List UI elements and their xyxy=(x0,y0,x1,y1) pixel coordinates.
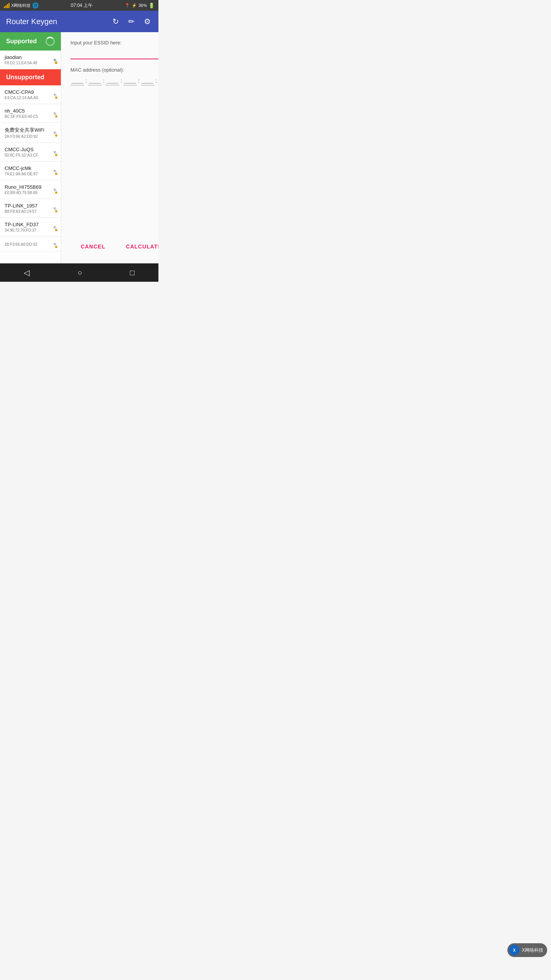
app-bar-actions: ↻ ✏ ⚙ xyxy=(111,15,152,28)
nav-bar: ◁ ○ □ xyxy=(0,263,158,282)
network-info: 28:F3:66:A0:DD:92 xyxy=(5,242,53,247)
network-mac: 74:E1:9A:A6:DE:87 xyxy=(5,172,53,176)
app-title: Router Keygen xyxy=(6,17,57,26)
network-info: 免费安全共享WiFi 2A:F3:66:A2:DD:92 xyxy=(5,127,53,139)
wifi-lock-icon: ▾ 🔒 xyxy=(53,167,56,175)
refresh-button[interactable]: ↻ xyxy=(111,15,121,28)
network-name: TP-LINK_1957 xyxy=(5,203,53,209)
mac-octet-3[interactable] xyxy=(106,76,119,85)
wifi-lock-icon: ▾ 🔒 xyxy=(53,91,56,98)
wifi-lock-icon: ▾ 🔒 xyxy=(53,240,56,248)
recents-button[interactable]: □ xyxy=(121,265,143,280)
supported-label: Supported xyxy=(6,38,37,45)
mac-octet-1[interactable] xyxy=(70,76,84,85)
lock-icon: 🔒 xyxy=(54,209,58,212)
wifi-lock-icon: ▾ 🔒 xyxy=(53,149,56,156)
lock-icon: 🔒 xyxy=(54,190,58,194)
mac-sep-3: : xyxy=(120,78,122,84)
network-info: TP-LINK_1957 B8:F8:83:A0:19:57 xyxy=(5,203,53,214)
mac-octet-6[interactable] xyxy=(158,76,158,85)
list-item[interactable]: nh_40C5 BC:5F:F6:E0:40:C5 ▾ 🔒 xyxy=(0,104,61,123)
lock-icon: 🔒 xyxy=(54,114,58,118)
list-item[interactable]: CMCC-JuQS 50:8C:F5:1D:A3:CF ▾ 🔒 xyxy=(0,143,61,162)
supported-header: Supported xyxy=(0,32,61,51)
mac-octet-4[interactable] xyxy=(123,76,137,85)
wifi-lock-icon: ▾ 🔒 xyxy=(53,186,56,193)
list-item[interactable]: TP-LINK_1957 B8:F8:83:A0:19:57 ▾ 🔒 xyxy=(0,199,61,218)
network-info: CMCC-jcMk 74:E1:9A:A6:DE:87 xyxy=(5,165,53,176)
network-mac: 50:8C:F5:1D:A3:CF xyxy=(5,153,53,157)
status-time: 07:04 上午 xyxy=(71,2,93,9)
lock-icon: 🔒 xyxy=(54,95,58,99)
list-item[interactable]: jiaodian F8:D1:11:E4:5A:48 ▾ 🔒 xyxy=(0,51,61,69)
calculate-button[interactable]: CALCULATE xyxy=(117,240,158,253)
back-button[interactable]: ◁ xyxy=(15,265,39,280)
network-name: CMCC-JuQS xyxy=(5,147,53,152)
network-mac: 28:F3:66:A0:DD:92 xyxy=(5,242,53,247)
mac-sep-4: : xyxy=(138,78,140,84)
network-mac: E0:B9:4D:75:5B:69 xyxy=(5,191,53,195)
lock-icon: 🔒 xyxy=(54,245,58,248)
lock-icon: 🔒 xyxy=(54,228,58,231)
lock-icon: 🔒 xyxy=(54,133,58,137)
edit-button[interactable]: ✏ xyxy=(127,15,136,28)
network-mac: E4:CA:12:14:AA:A0 xyxy=(5,96,53,100)
status-bar: X网络科技 🌐 07:04 上午 📍 ⚡ 36% 🔋 xyxy=(0,0,158,11)
network-info: jiaodian F8:D1:11:E4:5A:48 xyxy=(5,54,53,65)
cancel-button[interactable]: CANCEL xyxy=(72,240,114,253)
list-item[interactable]: 免费安全共享WiFi 2A:F3:66:A2:DD:92 ▾ 🔒 xyxy=(0,123,61,143)
list-item[interactable]: CMCC-jcMk 74:E1:9A:A6:DE:87 ▾ 🔒 xyxy=(0,162,61,180)
mac-octet-5[interactable] xyxy=(141,76,155,85)
list-item[interactable]: Runo_HI755B69 E0:B9:4D:75:5B:69 ▾ 🔒 xyxy=(0,180,61,199)
network-info: Runo_HI755B69 E0:B9:4D:75:5B:69 xyxy=(5,184,53,195)
network-info: CMCC-JuQS 50:8C:F5:1D:A3:CF xyxy=(5,147,53,157)
location-icon: 📍 xyxy=(125,3,130,8)
signal-icon xyxy=(4,3,10,8)
left-panel: Supported jiaodian F8:D1:11:E4:5A:48 ▾ 🔒… xyxy=(0,32,61,263)
essid-label: Input your ESSID here: xyxy=(70,40,158,46)
network-name: Runo_HI755B69 xyxy=(5,184,53,190)
app-bar: Router Keygen ↻ ✏ ⚙ xyxy=(0,11,158,32)
mac-octet-2[interactable] xyxy=(88,76,102,85)
list-item[interactable]: CMCC-CPA9 E4:CA:12:14:AA:A0 ▾ 🔒 xyxy=(0,85,61,104)
network-name: TP-LINK_FD37 xyxy=(5,222,53,227)
network-mac: B8:F8:83:A0:19:57 xyxy=(5,209,53,214)
battery-icon: 🔋 xyxy=(148,3,155,8)
home-button[interactable]: ○ xyxy=(68,265,91,280)
mac-sep-2: : xyxy=(103,78,105,84)
network-info: TP-LINK_FD37 34:96:72:70:FD:37 xyxy=(5,222,53,232)
network-name: jiaodian xyxy=(5,54,53,60)
list-item[interactable]: TP-LINK_FD37 34:96:72:70:FD:37 ▾ 🔒 xyxy=(0,218,61,237)
status-left: X网络科技 🌐 xyxy=(4,2,39,8)
mac-sep-1: : xyxy=(85,78,87,84)
essid-input[interactable] xyxy=(70,49,158,59)
wifi-lock-icon: ▾ 🔒 xyxy=(53,224,56,231)
status-right: 📍 ⚡ 36% 🔋 xyxy=(125,3,155,8)
list-item[interactable]: 28:F3:66:A0:DD:92 ▾ 🔒 xyxy=(0,237,61,252)
action-buttons: CANCEL CALCULATE xyxy=(70,237,158,256)
notification-icon: 🌐 xyxy=(32,2,39,8)
app-name-status: X网络科技 xyxy=(11,3,31,8)
network-mac: F8:D1:11:E4:5A:48 xyxy=(5,61,53,65)
loading-spinner xyxy=(46,37,55,46)
network-mac: BC:5F:F6:E0:40:C5 xyxy=(5,114,53,119)
network-name: nh_40C5 xyxy=(5,108,53,114)
wifi-lock-icon: ▾ 🔒 xyxy=(53,110,56,117)
settings-button[interactable]: ⚙ xyxy=(142,15,152,28)
network-info: CMCC-CPA9 E4:CA:12:14:AA:A0 xyxy=(5,89,53,100)
network-mac: 34:96:72:70:FD:37 xyxy=(5,228,53,232)
wifi-lock-icon: ▾ 🔒 xyxy=(53,56,56,64)
lock-icon: 🔒 xyxy=(54,153,58,156)
network-name: 免费安全共享WiFi xyxy=(5,127,53,134)
network-name: CMCC-CPA9 xyxy=(5,89,53,95)
lock-icon: 🔒 xyxy=(54,60,58,64)
wifi-lock-icon: ▾ 🔒 xyxy=(53,205,56,212)
mac-input-row: : : : : : xyxy=(70,76,158,85)
mac-label: MAC address (optional): xyxy=(70,67,158,73)
network-name: CMCC-jcMk xyxy=(5,165,53,171)
main-content: Supported jiaodian F8:D1:11:E4:5A:48 ▾ 🔒… xyxy=(0,32,158,263)
network-mac: 2A:F3:66:A2:DD:92 xyxy=(5,134,53,139)
unsupported-label: Unsupported xyxy=(6,74,44,80)
battery-text: 36% xyxy=(139,3,147,8)
wifi-lock-icon: ▾ 🔒 xyxy=(53,129,56,136)
